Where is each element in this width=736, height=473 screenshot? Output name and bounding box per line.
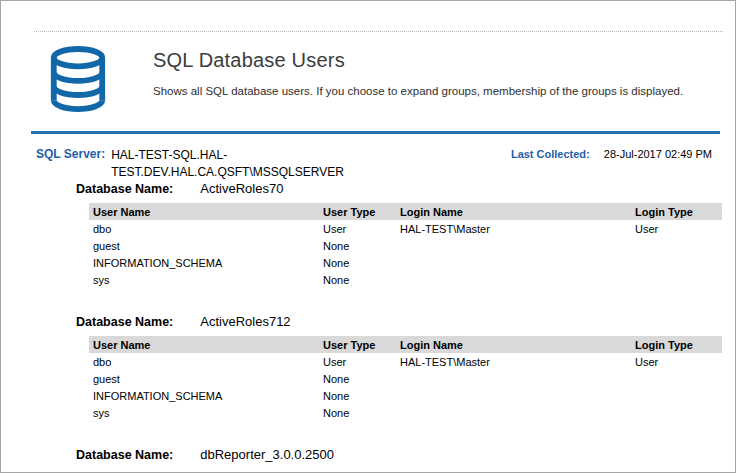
cell-login-name [396,237,631,254]
cell-user-type: User [319,353,396,370]
database-name-row: Database Name: dbReporter_3.0.0.2500 [76,447,720,462]
col-login-name: Login Name [396,203,631,220]
database-name-label: Database Name: [76,315,173,329]
report-description: Shows all SQL database users. If you cho… [153,85,683,97]
last-collected-label: Last Collected: [511,148,590,160]
col-login-type: Login Type [631,203,722,220]
cell-user-type: None [319,271,396,288]
table-row: dbo User HAL-TEST\Master User [89,353,722,370]
database-section: Database Name: ActiveRoles712 User Name … [76,314,720,421]
cell-login-name: HAL-TEST\Master [396,353,631,370]
report-title: SQL Database Users [153,49,683,72]
table-header-row: User Name User Type Login Name Login Typ… [89,336,722,353]
cell-user-name: INFORMATION_SCHEMA [89,254,319,271]
cell-login-name: HAL-TEST\Master [396,220,631,237]
database-section: Database Name: ActiveRoles70 User Name U… [76,181,720,288]
cell-user-type: None [319,254,396,271]
cell-login-type [631,237,722,254]
cell-user-type: None [319,237,396,254]
cell-login-name [396,404,631,421]
table-row: guest None [89,370,722,387]
cell-user-name: dbo [89,353,319,370]
cell-user-type: None [319,404,396,421]
users-table: User Name User Type Login Name Login Typ… [89,336,722,421]
cell-login-name [396,254,631,271]
table-row: INFORMATION_SCHEMA None [89,387,722,404]
page-margin-guide [34,31,723,32]
table-row: dbo User HAL-TEST\Master User [89,220,722,237]
database-name-label: Database Name: [76,182,173,196]
cell-login-type [631,254,722,271]
header-text: SQL Database Users Shows all SQL databas… [153,45,683,97]
table-row: guest None [89,237,722,254]
database-name-value: ActiveRoles70 [200,181,283,196]
cell-user-type: None [319,387,396,404]
col-user-type: User Type [319,336,396,353]
server-info-row: SQL Server: HAL-TEST-SQL.HAL-TEST.DEV.HA… [36,147,720,181]
cell-login-name [396,370,631,387]
col-user-name: User Name [89,203,319,220]
col-user-name: User Name [89,336,319,353]
database-icon [47,45,109,113]
database-name-row: Database Name: ActiveRoles712 [76,314,720,329]
cell-user-name: sys [89,271,319,288]
cell-user-type: None [319,370,396,387]
sql-server-label: SQL Server: [36,147,105,161]
table-row: sys None [89,271,722,288]
cell-login-name [396,271,631,288]
col-login-name: Login Name [396,336,631,353]
col-login-type: Login Type [631,336,722,353]
cell-user-name: guest [89,237,319,254]
report-header: SQL Database Users Shows all SQL databas… [1,1,735,113]
cell-user-type: User [319,220,396,237]
database-name-label: Database Name: [76,448,173,462]
table-row: sys None [89,404,722,421]
cell-user-name: dbo [89,220,319,237]
header-divider [31,131,720,134]
cell-login-type: User [631,353,722,370]
cell-user-name: guest [89,370,319,387]
last-collected-value: 28-Jul-2017 02:49 PM [604,148,712,160]
database-name-row: Database Name: ActiveRoles70 [76,181,720,196]
cell-login-name [396,387,631,404]
cell-login-type [631,271,722,288]
cell-login-type [631,370,722,387]
col-user-type: User Type [319,203,396,220]
table-row: INFORMATION_SCHEMA None [89,254,722,271]
users-table: User Name User Type Login Name Login Typ… [89,203,722,288]
sql-server-value: HAL-TEST-SQL.HAL-TEST.DEV.HAL.CA.QSFT\MS… [111,147,271,181]
cell-login-type: User [631,220,722,237]
table-header-row: User Name User Type Login Name Login Typ… [89,203,722,220]
cell-login-type [631,404,722,421]
cell-login-type [631,387,722,404]
cell-user-name: INFORMATION_SCHEMA [89,387,319,404]
database-name-value: ActiveRoles712 [200,314,290,329]
cell-user-name: sys [89,404,319,421]
last-collected-field: Last Collected: 28-Jul-2017 02:49 PM [511,148,712,160]
database-section: Database Name: dbReporter_3.0.0.2500 [76,447,720,462]
database-name-value: dbReporter_3.0.0.2500 [200,447,334,462]
report-page: SQL Database Users Shows all SQL databas… [0,0,736,473]
